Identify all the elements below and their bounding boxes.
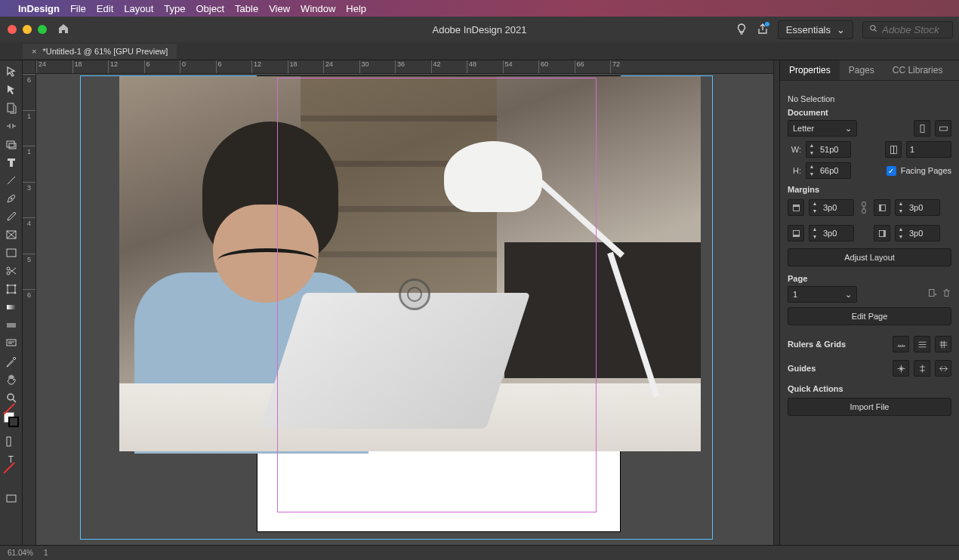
facing-pages-checkbox[interactable]: ✓ xyxy=(887,166,896,176)
ruler-tick: 54 xyxy=(503,60,539,73)
margin-inside-input[interactable]: ▲▼ xyxy=(895,199,940,216)
page-size-select[interactable]: Letter ⌄ xyxy=(788,120,857,137)
margin-bottom-icon xyxy=(788,225,804,242)
menu-layout[interactable]: Layout xyxy=(124,3,153,14)
note-tool[interactable] xyxy=(2,335,21,352)
svg-point-12 xyxy=(7,292,8,294)
menu-window[interactable]: Window xyxy=(301,3,335,14)
pencil-tool[interactable] xyxy=(2,208,21,225)
edit-page-button[interactable]: Edit Page xyxy=(788,307,951,325)
svg-point-10 xyxy=(7,285,8,286)
gradient-swatch-tool[interactable] xyxy=(2,299,21,315)
chevron-down-icon: ⌄ xyxy=(845,290,852,300)
import-file-button[interactable]: Import File xyxy=(788,398,951,416)
share-icon[interactable] xyxy=(757,23,769,37)
margin-outside-input[interactable]: ▲▼ xyxy=(895,225,940,242)
menu-file[interactable]: File xyxy=(70,3,86,14)
page-size-value: Letter xyxy=(793,124,814,133)
snap-guides-icon[interactable] xyxy=(893,360,909,377)
status-page[interactable]: 1 xyxy=(44,549,48,557)
fill-stroke-swatch[interactable] xyxy=(4,412,19,427)
ruler-tick: 18 xyxy=(72,60,109,73)
hand-tool[interactable] xyxy=(2,371,21,388)
margin-top-input[interactable]: ▲▼ xyxy=(809,199,854,216)
margin-bottom-input[interactable]: ▲▼ xyxy=(809,225,854,242)
screen-mode-icon[interactable] xyxy=(2,491,21,507)
stroke-color-icon[interactable] xyxy=(8,417,19,427)
tab-properties[interactable]: Properties xyxy=(780,60,840,80)
delete-page-icon[interactable] xyxy=(942,288,951,300)
pen-tool[interactable] xyxy=(2,190,21,207)
ruler-tick: 1 xyxy=(23,146,35,182)
document-grid-icon[interactable] xyxy=(935,336,951,352)
add-page-icon[interactable] xyxy=(927,288,937,300)
tab-pages[interactable]: Pages xyxy=(840,60,883,80)
properties-panel: Properties Pages CC Libraries No Selecti… xyxy=(779,60,959,545)
spread-bounds xyxy=(80,75,713,540)
menu-help[interactable]: Help xyxy=(346,3,366,14)
document-tab[interactable]: × *Untitled-1 @ 61% [GPU Preview] xyxy=(23,44,177,59)
menu-object[interactable]: Object xyxy=(196,3,225,14)
tips-icon[interactable] xyxy=(735,23,748,37)
adobe-stock-search[interactable] xyxy=(862,21,953,38)
link-margins-icon[interactable] xyxy=(859,197,869,218)
guide-options-icon[interactable] xyxy=(935,360,951,377)
stock-search-input[interactable] xyxy=(882,24,942,35)
panel-grip[interactable] xyxy=(773,60,779,545)
tab-close-icon[interactable]: × xyxy=(32,47,36,56)
window-minimize-icon[interactable] xyxy=(23,25,32,34)
ruler-tick: 30 xyxy=(359,60,396,73)
page-number-value: 1 xyxy=(793,290,797,299)
page-number-select[interactable]: 1 ⌄ xyxy=(788,286,857,303)
window-close-icon[interactable] xyxy=(8,25,17,34)
formatting-container-icon[interactable] xyxy=(2,433,21,450)
eyedropper-tool[interactable] xyxy=(2,353,21,370)
page-margin-guide xyxy=(277,78,597,512)
ruler-units-icon[interactable] xyxy=(893,336,909,352)
menu-edit[interactable]: Edit xyxy=(97,3,113,14)
gradient-feather-tool[interactable] xyxy=(2,317,21,334)
smart-guides-icon[interactable] xyxy=(914,360,930,377)
width-input[interactable]: ▲▼ xyxy=(806,141,851,158)
height-input[interactable]: ▲▼ xyxy=(806,162,851,179)
pages-count-field[interactable] xyxy=(907,145,937,154)
menu-app-name[interactable]: InDesign xyxy=(18,3,60,14)
content-collector-tool[interactable] xyxy=(2,136,21,152)
canvas[interactable]: 24 18 12 6 0 6 12 18 24 30 36 42 48 54 6… xyxy=(23,60,773,545)
free-transform-tool[interactable] xyxy=(2,281,21,297)
menu-type[interactable]: Type xyxy=(164,3,185,14)
selection-tool[interactable] xyxy=(2,63,21,80)
type-tool[interactable] xyxy=(2,154,21,171)
orientation-landscape-icon[interactable] xyxy=(935,120,951,137)
pages-count-input[interactable] xyxy=(906,141,951,158)
baseline-grid-icon[interactable] xyxy=(914,336,930,352)
page-tool[interactable] xyxy=(2,100,21,116)
content-grabber-icon[interactable] xyxy=(399,278,430,310)
zoom-tool[interactable] xyxy=(2,389,21,406)
zoom-level[interactable]: 61.04% xyxy=(8,549,33,557)
rectangle-frame-tool[interactable] xyxy=(2,226,21,243)
ruler-tick: 60 xyxy=(538,60,575,73)
orientation-portrait-icon[interactable] xyxy=(914,120,930,137)
pages-icon[interactable] xyxy=(885,141,902,158)
tab-cc-libraries[interactable]: CC Libraries xyxy=(883,60,952,80)
horizontal-ruler[interactable]: 24 18 12 6 0 6 12 18 24 30 36 42 48 54 6… xyxy=(36,60,773,74)
workspace-selector[interactable]: Essentials ⌄ xyxy=(778,20,853,39)
line-tool[interactable] xyxy=(2,172,21,189)
svg-rect-26 xyxy=(862,209,866,214)
gap-tool[interactable] xyxy=(2,118,21,134)
ruler-origin[interactable] xyxy=(23,60,36,74)
width-field[interactable] xyxy=(817,145,850,154)
height-field[interactable] xyxy=(817,166,850,175)
window-zoom-icon[interactable] xyxy=(38,25,47,34)
vertical-ruler[interactable]: 6 1 1 3 4 5 6 xyxy=(23,74,36,545)
scissors-tool[interactable] xyxy=(2,263,21,279)
direct-selection-tool[interactable] xyxy=(2,82,21,98)
default-colors-icon[interactable] xyxy=(4,471,19,486)
menu-view[interactable]: View xyxy=(269,3,290,14)
home-icon[interactable] xyxy=(57,23,69,37)
rectangle-tool[interactable] xyxy=(2,245,21,261)
adjust-layout-button[interactable]: Adjust Layout xyxy=(788,248,951,266)
menu-table[interactable]: Table xyxy=(235,3,258,14)
svg-rect-2 xyxy=(7,141,14,147)
